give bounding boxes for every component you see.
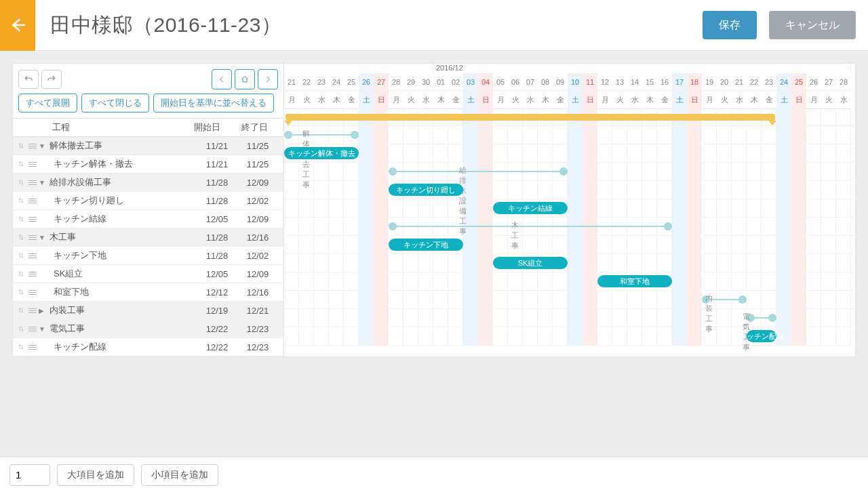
task-group-row[interactable]: ▶内装工事12/1912/21 [13, 302, 283, 320]
task-row[interactable]: SK組立12/0512/09 [13, 265, 283, 283]
task-start-date: 12/05 [197, 214, 237, 224]
task-row[interactable]: キッチン下地11/2812/02 [13, 247, 283, 265]
day-header: 08 [538, 73, 553, 91]
dow-header: 水 [523, 91, 538, 109]
redo-button[interactable] [41, 70, 62, 89]
gantt-bar[interactable]: キッチン結線 [493, 202, 568, 214]
task-group-row[interactable]: ▼木工事11/2812/16 [13, 228, 283, 247]
task-row[interactable]: キッチン配線12/2212/23 [13, 338, 283, 356]
task-end-date: 11/25 [237, 141, 278, 151]
gantt-group-end-dot[interactable] [351, 131, 359, 139]
sort-icon [18, 325, 24, 332]
add-major-button[interactable]: 大項目を追加 [57, 464, 134, 486]
day-header: 01 [433, 73, 448, 91]
dow-header: 火 [299, 91, 314, 109]
gantt-group-start-dot[interactable] [389, 167, 397, 176]
dow-header: 木 [747, 91, 762, 109]
task-row[interactable]: キッチン切り廻し11/2812/02 [13, 192, 283, 210]
task-name: SK組立 [50, 268, 197, 280]
task-group-row[interactable]: ▼給排水設備工事11/2812/09 [13, 173, 283, 192]
cancel-button[interactable]: キャンセル [769, 11, 856, 39]
dow-header: 金 [657, 91, 672, 109]
sort-icon [18, 142, 24, 149]
dow-header: 木 [329, 91, 344, 109]
gantt-group-range[interactable] [393, 226, 668, 227]
drag-handle[interactable] [16, 289, 39, 296]
collapse-toggle[interactable]: ▼ [39, 325, 50, 333]
drag-handle[interactable] [16, 216, 39, 223]
gantt-bar[interactable]: キッチン配線 [747, 330, 776, 342]
collapse-toggle[interactable]: ▼ [39, 234, 50, 241]
task-group-row[interactable]: ▼電気工事12/2212/23 [13, 320, 283, 338]
drag-handle[interactable] [16, 344, 39, 351]
timeline-home-button[interactable] [235, 69, 255, 89]
drag-handle[interactable] [16, 161, 39, 168]
collapse-toggle[interactable]: ▼ [39, 142, 50, 150]
gantt-bar[interactable]: キッチン下地 [389, 239, 463, 251]
gantt-bar[interactable]: SK組立 [493, 257, 568, 269]
gantt-group-label: 内装工事 [704, 293, 714, 334]
expand-all-button[interactable]: すべて展開 [18, 94, 77, 112]
timeline-next-button[interactable] [258, 69, 278, 89]
gantt-bar[interactable]: 和室下地 [597, 275, 672, 287]
timeline-prev-button[interactable] [212, 69, 232, 89]
dow-header: 日 [478, 91, 493, 109]
menu-icon [28, 234, 37, 241]
task-name: 電気工事 [50, 323, 197, 335]
gantt-group-label: 木工事 [510, 220, 520, 251]
gantt-group-start-dot[interactable] [284, 131, 292, 139]
gantt-group-range[interactable] [393, 171, 564, 172]
sort-icon [18, 216, 24, 222]
task-row[interactable]: キッチン結線12/0512/09 [13, 210, 283, 228]
sort-by-start-button[interactable]: 開始日を基準に並べ替える [153, 94, 274, 112]
task-end-date: 12/23 [237, 324, 278, 334]
task-name: キッチン切り廻し [50, 194, 197, 207]
drag-handle[interactable] [16, 234, 39, 241]
top-bar: 田中様邸（2016-11-23） 保存 キャンセル [0, 0, 868, 51]
collapse-all-button[interactable]: すべて閉じる [81, 94, 149, 112]
task-start-date: 12/22 [197, 342, 237, 352]
add-minor-button[interactable]: 小項目を追加 [141, 464, 218, 486]
arrow-left-icon [9, 16, 26, 34]
timeline-month-label: 2016/12 [433, 64, 851, 73]
drag-handle[interactable] [16, 197, 39, 205]
drag-handle[interactable] [16, 325, 39, 333]
day-header: 16 [657, 73, 672, 91]
task-row[interactable]: 和室下地12/1212/16 [13, 283, 283, 302]
drag-handle[interactable] [16, 142, 39, 150]
dow-header: 火 [612, 91, 627, 109]
save-button[interactable]: 保存 [703, 11, 757, 39]
gantt-group-end-dot[interactable] [664, 222, 672, 230]
undo-button[interactable] [18, 70, 39, 89]
gantt-group-label: 解体撤去工事 [301, 129, 311, 190]
sort-icon [18, 179, 24, 186]
day-header: 26 [806, 73, 821, 91]
task-group-row[interactable]: ▼解体撤去工事11/2111/25 [13, 137, 283, 155]
day-header: 10 [568, 73, 583, 91]
gantt-group-start-dot[interactable] [389, 222, 397, 230]
day-header: 20 [717, 73, 732, 91]
summary-bar[interactable] [285, 114, 775, 121]
drag-handle[interactable] [16, 252, 39, 260]
collapse-toggle[interactable]: ▼ [39, 179, 50, 186]
drag-handle[interactable] [16, 179, 39, 186]
day-header: 18 [687, 73, 702, 91]
gantt-bar[interactable]: キッチン切り廻し [389, 184, 463, 196]
task-name: 解体撤去工事 [50, 140, 197, 152]
collapse-toggle[interactable]: ▶ [39, 307, 50, 314]
gantt-group-end-dot[interactable] [768, 314, 776, 322]
task-end-date: 12/02 [237, 251, 278, 261]
gantt-group-end-dot[interactable] [738, 295, 747, 304]
task-name: キッチン解体・撤去 [50, 158, 197, 170]
gantt-group-end-dot[interactable] [559, 167, 568, 176]
task-name: キッチン配線 [50, 341, 197, 353]
drag-handle[interactable] [16, 270, 39, 278]
gantt-bar[interactable]: キッチン解体・撤去 [284, 147, 359, 159]
gantt-group-range[interactable] [288, 134, 355, 136]
drag-handle[interactable] [16, 307, 39, 314]
dow-header: 金 [448, 91, 463, 109]
task-row[interactable]: キッチン解体・撤去11/2111/25 [13, 155, 283, 173]
task-start-date: 12/05 [197, 269, 237, 279]
add-qty-input[interactable] [9, 464, 50, 486]
back-button[interactable] [0, 0, 35, 51]
